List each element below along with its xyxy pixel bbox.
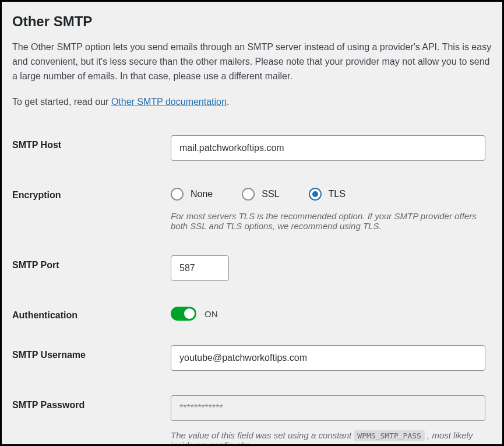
radio-icon [242, 188, 255, 201]
row-smtp-username: SMTP Username [12, 345, 492, 371]
intro-text: To get started, read our Other SMTP docu… [12, 95, 492, 110]
radio-label-none: None [191, 189, 213, 199]
intro-suffix: . [227, 97, 229, 107]
page-title: Other SMTP [12, 13, 492, 30]
auth-toggle-state: ON [205, 309, 218, 319]
radio-label-ssl: SSL [262, 189, 279, 199]
encryption-option-ssl[interactable]: SSL [242, 188, 279, 201]
smtp-username-input[interactable] [171, 345, 485, 371]
smtp-port-input[interactable] [171, 255, 229, 281]
encryption-option-tls[interactable]: TLS [309, 188, 346, 201]
description-text: The Other SMTP option lets you send emai… [12, 40, 492, 83]
label-smtp-port: SMTP Port [12, 255, 171, 271]
doc-link[interactable]: Other SMTP documentation [111, 97, 227, 107]
password-constant-note: The value of this field was set using a … [171, 430, 492, 446]
auth-toggle[interactable] [171, 307, 196, 321]
note-prefix: The value of this field was set using a … [171, 430, 354, 440]
encryption-radio-group: None SSL TLS [171, 185, 492, 201]
smtp-host-input[interactable] [171, 135, 485, 161]
label-smtp-username: SMTP Username [12, 345, 171, 360]
label-authentication: Authentication [12, 305, 171, 321]
radio-label-tls: TLS [329, 189, 346, 199]
label-smtp-password: SMTP Password [12, 395, 171, 410]
radio-icon [171, 188, 184, 201]
intro-prefix: To get started, read our [12, 97, 111, 107]
row-encryption: Encryption None SSL TLS For most servers… [12, 185, 492, 231]
row-smtp-password: SMTP Password The value of this field wa… [12, 395, 492, 446]
smtp-password-input [171, 395, 485, 421]
row-smtp-host: SMTP Host [12, 135, 492, 161]
row-authentication: Authentication ON [12, 305, 492, 321]
label-smtp-host: SMTP Host [12, 135, 171, 150]
row-smtp-port: SMTP Port [12, 255, 492, 281]
radio-icon-selected [309, 188, 322, 201]
encryption-option-none[interactable]: None [171, 188, 213, 201]
label-encryption: Encryption [12, 185, 171, 201]
toggle-knob-icon [184, 308, 195, 319]
encryption-help-text: For most servers TLS is the recommended … [171, 211, 492, 231]
note-code: WPMS_SMTP_PASS [354, 430, 425, 441]
